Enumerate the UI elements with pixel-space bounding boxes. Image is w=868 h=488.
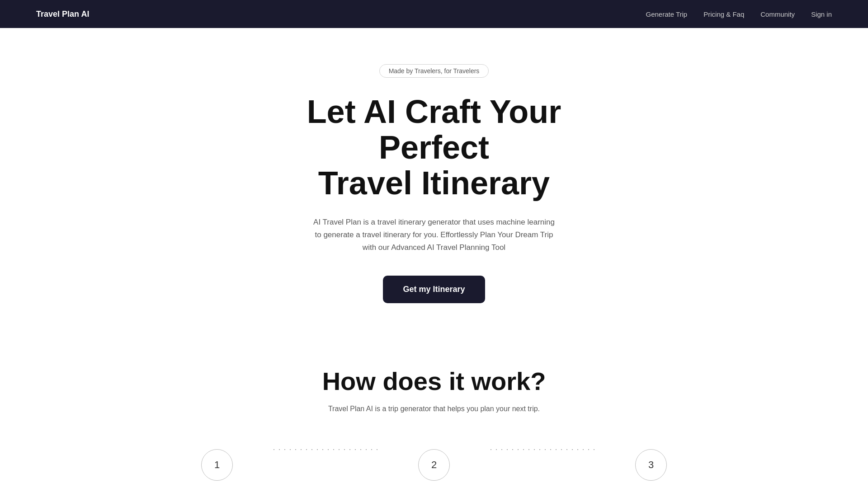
how-it-works-subtitle: Travel Plan AI is a trip generator that … — [328, 405, 540, 413]
step-1: 1 Choose your destination Choose from a … — [163, 449, 271, 488]
step-2-number: 2 — [418, 449, 450, 481]
steps-container: 1 Choose your destination Choose from a … — [163, 449, 705, 488]
nav-sign-in[interactable]: Sign in — [811, 10, 832, 18]
hero-title: Let AI Craft Your Perfect Travel Itinera… — [253, 94, 615, 202]
hero-subtitle: AI Travel Plan is a travel itinerary gen… — [312, 216, 556, 254]
step-2: 2 Choose your number of days Choose the … — [380, 449, 488, 488]
step-3-number: 3 — [635, 449, 667, 481]
dotted-line-2 — [488, 449, 597, 450]
navbar-brand[interactable]: Travel Plan AI — [36, 9, 89, 19]
hero-section: Made by Travelers, for Travelers Let AI … — [0, 28, 868, 330]
step-3: 3 Generate your trip Click on the genera… — [597, 449, 705, 488]
hero-badge: Made by Travelers, for Travelers — [379, 64, 489, 78]
step-connector-1 — [271, 449, 380, 463]
hero-title-line1: Let AI Craft Your Perfect — [307, 94, 561, 165]
step-3-number-wrapper: 3 — [635, 449, 667, 481]
how-it-works-section: How does it work? Travel Plan AI is a tr… — [0, 330, 868, 488]
nav-community[interactable]: Community — [760, 10, 795, 18]
nav-generate-trip[interactable]: Generate Trip — [646, 10, 688, 18]
hero-title-line2: Travel Itinerary — [318, 165, 550, 201]
step-1-number-wrapper: 1 — [201, 449, 233, 481]
step-2-number-wrapper: 2 — [418, 449, 450, 481]
navbar-links: Generate Trip Pricing & Faq Community Si… — [646, 10, 832, 18]
step-connector-2 — [488, 449, 597, 463]
how-it-works-title: How does it work? — [322, 366, 546, 396]
nav-pricing-faq[interactable]: Pricing & Faq — [703, 10, 744, 18]
navbar: Travel Plan AI Generate Trip Pricing & F… — [0, 0, 868, 28]
get-itinerary-button[interactable]: Get my Itinerary — [383, 276, 485, 303]
dotted-line-1 — [271, 449, 380, 450]
step-1-number: 1 — [201, 449, 233, 481]
